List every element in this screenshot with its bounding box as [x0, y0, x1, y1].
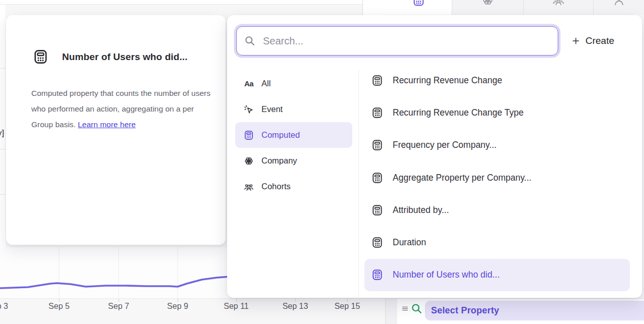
property-item[interactable]: Number of Users who did... [364, 259, 630, 291]
person-icon[interactable] [593, 0, 644, 15]
calculator-icon [371, 74, 384, 87]
axis-tick-label: Sep 7 [108, 302, 129, 311]
property-item[interactable]: Duration [364, 226, 630, 258]
property-tooltip-card: Number of Users who did... Computed prop… [6, 15, 226, 245]
select-property-chip[interactable]: Select Property [425, 301, 644, 320]
property-label: Frequency per Company... [393, 140, 497, 150]
category-filter-list: Aa All Event Computed Company Cohorts [235, 71, 352, 199]
category-item[interactable]: Computed [235, 122, 352, 148]
cohorts-icon [243, 181, 254, 192]
tooltip-description: Computed property that counts the number… [31, 85, 217, 132]
calculator-icon [371, 204, 384, 217]
property-label: Attributed by... [393, 205, 449, 215]
category-item[interactable]: Aa All [235, 71, 352, 96]
calculator-icon[interactable] [385, 0, 452, 15]
category-item[interactable]: Event [235, 96, 352, 122]
property-label: Aggregate Property per Company... [393, 173, 531, 183]
clipped-background-text: y] [0, 128, 4, 138]
axis-tick-label: Sep 9 [167, 302, 188, 311]
search-input[interactable] [263, 35, 551, 47]
category-label: Event [261, 104, 283, 114]
calculator-icon [32, 48, 49, 65]
axis-tick-label: Sep 13 [283, 302, 308, 311]
background-toolbar-edge [0, 0, 362, 5]
property-label: Recurring Revenue Change [393, 75, 502, 86]
tooltip-title: Number of Users who did... [62, 51, 188, 63]
property-label: Number of Users who did... [393, 269, 500, 280]
category-label: Computed [261, 130, 300, 140]
line-chart [0, 247, 230, 299]
axis-tick-label: Sep 3 [0, 302, 8, 311]
axis-tick-label: Sep 15 [335, 302, 360, 311]
category-item[interactable]: Company [235, 148, 352, 174]
property-item[interactable]: Frequency per Company... [364, 129, 630, 161]
property-picker-panel: Create Aa All Event Computed Company Coh… [227, 15, 642, 298]
property-label: Duration [393, 237, 426, 248]
company-icon[interactable] [452, 0, 523, 15]
property-item[interactable]: Recurring Revenue Change [364, 64, 630, 96]
background-panel-edge [362, 0, 386, 15]
company-icon [243, 155, 254, 167]
learn-more-link[interactable]: Learn more here [78, 120, 136, 129]
search-box[interactable] [236, 26, 558, 56]
cohorts-icon[interactable] [523, 0, 593, 15]
plus-icon [571, 36, 580, 45]
divider [0, 194, 6, 195]
axis-tick-label: Sep 5 [48, 302, 70, 311]
property-label: Recurring Revenue Change Type [393, 107, 523, 118]
property-search-icon[interactable] [410, 302, 423, 315]
calculator-icon [371, 172, 384, 184]
divider [0, 68, 6, 69]
divider [358, 70, 359, 297]
create-button-label: Create [585, 35, 614, 46]
property-type-tabbar [385, 0, 644, 15]
category-item[interactable]: Cohorts [235, 174, 352, 199]
search-icon [244, 35, 256, 47]
category-label: All [261, 79, 271, 88]
divider [0, 149, 6, 149]
property-item[interactable]: Aggregate Property per Company... [364, 161, 630, 194]
property-list: Recurring Revenue Change Recurring Reven… [364, 64, 630, 291]
axis-tick-label: Sep 11 [224, 302, 249, 311]
cursor-click-icon [243, 104, 254, 115]
property-item[interactable]: Recurring Revenue Change Type [364, 96, 630, 129]
category-label: Company [261, 156, 297, 166]
app-root: y] Sep 3Sep 5Sep 7Sep 9Sep 11Sep 13Sep 1… [0, 0, 644, 324]
property-item[interactable]: Attributed by... [364, 194, 630, 226]
drag-handle-icon[interactable] [401, 304, 409, 313]
footer-gutter [385, 299, 397, 324]
calculator-icon [371, 139, 384, 151]
aa-icon: Aa [243, 78, 254, 89]
calculator-icon [371, 236, 384, 249]
select-property-label: Select Property [431, 305, 499, 316]
create-button[interactable]: Create [571, 33, 614, 48]
clipped-left-panel: y] [0, 5, 6, 248]
calculator-icon [371, 106, 384, 119]
calculator-icon [243, 130, 254, 141]
calculator-icon [371, 268, 384, 281]
category-label: Cohorts [261, 182, 291, 191]
